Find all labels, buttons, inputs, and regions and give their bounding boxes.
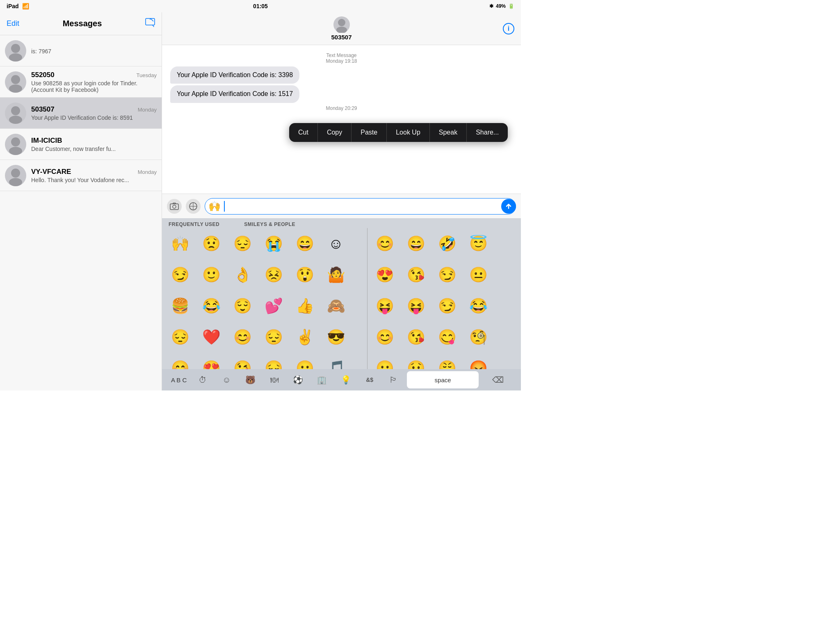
camera-button[interactable] [167,199,182,214]
emoji-smiley-8[interactable]: 😝 [369,290,400,322]
emoji-smiley-7[interactable]: 😐 [463,259,494,290]
sidebar-list: is: 7967 552050 Tuesday Use 908258 as yo… [0,35,162,390]
emoji-frequent-19[interactable]: ❤️ [196,322,227,353]
avatar-552050 [5,71,26,93]
delete-button[interactable]: ⌫ [480,369,516,390]
apps-button[interactable] [186,199,201,214]
sidebar-item-vy-vfcare[interactable]: VY-VFCARE Monday Hello. Thank you! Your … [0,160,162,191]
item-content-552050: 552050 Tuesday Use 908258 as your login … [31,71,157,93]
emoji-smiley-17[interactable]: 😟 [400,353,431,369]
emoji-frequent-13[interactable]: 😂 [196,290,227,322]
emoji-smiley-1[interactable]: 😄 [400,228,431,259]
emoji-frequent-21[interactable]: 😔 [258,322,289,353]
emoji-smiley-5[interactable]: 😘 [400,259,431,290]
emoji-frequent-14[interactable]: 😌 [227,290,258,322]
emoji-smiley-15[interactable]: 🧐 [463,322,494,353]
emoji-frequent-3[interactable]: 😭 [258,228,289,259]
sports-emoji-tab[interactable]: ⚽ [286,369,310,390]
emoji-smiley-10[interactable]: 😏 [431,290,463,322]
emoji-frequent-28[interactable]: 😶 [289,353,320,369]
svg-point-2 [9,53,22,62]
svg-point-10 [9,178,22,186]
emoji-frequent-7[interactable]: 🙂 [196,259,227,290]
emoji-frequent-23[interactable]: 😎 [320,322,352,353]
emoji-frequent-1[interactable]: 😟 [196,228,227,259]
svg-point-4 [9,84,22,93]
sidebar-item-7967[interactable]: is: 7967 [0,35,162,66]
building-emoji-tab[interactable]: 🏢 [310,369,334,390]
avatar-im-icicib [5,134,26,155]
emoji-frequent-11[interactable]: 🤷 [320,259,352,290]
symbol-emoji-tab[interactable]: &$ [358,369,381,390]
sidebar-item-im-icicib[interactable]: IM-ICICIB Dear Customer, now transfer fu… [0,129,162,160]
context-speak[interactable]: Speak [430,123,467,142]
sidebar-item-552050[interactable]: 552050 Tuesday Use 908258 as your login … [0,66,162,98]
abc-button[interactable]: A B C [167,369,191,390]
item-preview-552050: Use 908258 as your login code for Tinder… [31,80,157,93]
item-preview-7967: is: 7967 [31,48,157,55]
flag-emoji-tab[interactable]: 🏳 [381,369,405,390]
emoji-smiley-12[interactable]: 😊 [369,322,400,353]
emoji-frequent-5[interactable]: ☺️ [320,228,352,259]
space-button[interactable]: space [407,371,478,388]
emoji-smiley-4[interactable]: 😍 [369,259,400,290]
context-share[interactable]: Share... [467,123,508,142]
context-lookup[interactable]: Look Up [387,123,430,142]
emoji-frequent-0[interactable]: 🙌 [164,228,196,259]
emoji-frequent-6[interactable]: 😏 [164,259,196,290]
object-emoji-tab[interactable]: 💡 [334,369,358,390]
item-content-im-icicib: IM-ICICIB Dear Customer, now transfer fu… [31,137,157,152]
item-preview-im-icicib: Dear Customer, now transfer fu... [31,146,157,152]
status-right: ✱ 49% 🔋 [489,3,514,9]
sidebar-header: Edit Messages [0,12,162,35]
emoji-frequent-9[interactable]: 😣 [258,259,289,290]
emoji-frequent-2[interactable]: 😔 [227,228,258,259]
message-input-wrap: 🙌 [205,198,516,215]
context-copy[interactable]: Copy [318,123,352,142]
emoji-smiley-19[interactable]: 😡 [463,353,494,369]
emoji-frequent-25[interactable]: 😍 [196,353,227,369]
emoji-frequent-17[interactable]: 🙈 [320,290,352,322]
emoji-frequent-26[interactable]: 😘 [227,353,258,369]
emoji-frequent-10[interactable]: 😲 [289,259,320,290]
emoji-frequent-20[interactable]: 😊 [227,322,258,353]
emoji-frequent-16[interactable]: 👍 [289,290,320,322]
emoji-frequent-18[interactable]: 😔 [164,322,196,353]
context-paste[interactable]: Paste [352,123,387,142]
emoji-smiley-9[interactable]: 😝 [400,290,431,322]
item-date-503507: Monday [138,107,157,113]
svg-point-14 [173,205,176,208]
avatar-vy-vfcare [5,165,26,186]
emoji-smiley-16[interactable]: 😐 [369,353,400,369]
info-button[interactable]: i [503,23,514,34]
emoji-smiley-18[interactable]: 😤 [431,353,463,369]
animal-emoji-tab[interactable]: 🐻 [238,369,262,390]
emoji-frequent-22[interactable]: ✌️ [289,322,320,353]
recent-emoji-tab[interactable]: ⏱ [191,369,215,390]
emoji-section-divider [367,228,368,369]
compose-button[interactable] [145,18,155,30]
edit-button[interactable]: Edit [7,19,19,28]
emoji-frequent-15[interactable]: 💕 [258,290,289,322]
emoji-frequent-4[interactable]: 😄 [289,228,320,259]
food-emoji-tab[interactable]: 🍽 [262,369,286,390]
emoji-smiley-11[interactable]: 😂 [463,290,494,322]
emoji-smiley-3[interactable]: 😇 [463,228,494,259]
emoji-frequent-24[interactable]: 😊 [164,353,196,369]
emoji-smiley-13[interactable]: 😘 [400,322,431,353]
smiley-emoji-tab[interactable]: ☺ [215,369,238,390]
emoji-smiley-6[interactable]: 😏 [431,259,463,290]
emoji-frequent-27[interactable]: 😔 [258,353,289,369]
send-button[interactable] [501,199,516,214]
sidebar-item-503507[interactable]: 503507 Monday Your Apple ID Verification… [0,98,162,129]
emoji-frequent-12[interactable]: 🍔 [164,290,196,322]
emoji-smiley-0[interactable]: 😊 [369,228,400,259]
emoji-frequent-8[interactable]: 👌 [227,259,258,290]
emoji-smiley-2[interactable]: 🤣 [431,228,463,259]
context-cut[interactable]: Cut [289,123,318,142]
emoji-toolbar: A B C ⏱ ☺ 🐻 🍽 ⚽ 🏢 💡 &$ 🏳 space ⌫ [162,369,521,390]
svg-point-3 [11,75,20,84]
emoji-smiley-14[interactable]: 😋 [431,322,463,353]
battery-icon: 🔋 [508,3,514,9]
emoji-frequent-29[interactable]: 🎵 [320,353,352,369]
